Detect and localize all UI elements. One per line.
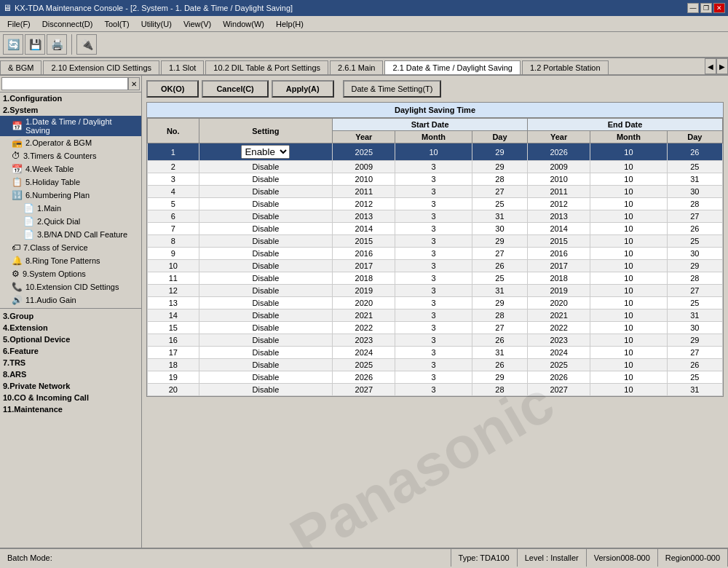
date-time-setting-button[interactable]: Date & Time Setting(T) [343,80,442,98]
sidebar-item-system[interactable]: 2.System [0,104,141,116]
table-row[interactable]: 4Disable201132720111030 [148,186,723,198]
menu-disconnect[interactable]: Disconnect(D) [36,18,99,30]
cell-setting[interactable]: Disable [199,235,333,248]
daylight-saving-table: No. Setting Start Date End Date Year Mon… [147,118,723,396]
sidebar-item-ext-cid[interactable]: 📞 10.Extension CID Settings [0,280,141,293]
sidebar-item-ring-tone[interactable]: 🔔 8.Ring Tone Patterns [0,254,141,267]
menu-tool[interactable]: Tool(T) [98,18,135,30]
cell-setting[interactable]: Disable [199,272,333,285]
cell-setting[interactable]: Disable [199,384,333,396]
sidebar-item-timers-counters[interactable]: ⏱ 3.Timers & Counters [0,149,141,162]
table-row[interactable]: 13Disable202032920201025 [148,297,723,309]
table-row[interactable]: 6Disable201333120131027 [148,210,723,223]
cancel-button[interactable]: Cancel(C) [202,80,268,98]
table-row[interactable]: 16Disable202332620231029 [148,334,723,347]
sidebar-item-extension[interactable]: 4.Extension [0,322,141,334]
cell-endyear: 2026 [528,143,590,161]
sidebar-item-numbering-plan[interactable]: 🔢 6.Numbering Plan [0,189,141,202]
sidebar-item-optional-device[interactable]: 5.Optional Device [0,334,141,345]
table-row[interactable]: 1EnableDisable2025102920261026 [148,143,723,161]
table-row[interactable]: 15Disable202232720221030 [148,322,723,334]
table-row[interactable]: 17Disable202433120241027 [148,347,723,359]
restore-button[interactable]: ❐ [700,3,712,13]
cell-setting[interactable]: Disable [199,309,333,322]
cell-setting[interactable]: Disable [199,248,333,260]
menu-help[interactable]: Help(H) [270,18,309,30]
cell-setting[interactable]: Disable [199,223,333,235]
menu-utility[interactable]: Utility(U) [135,18,178,30]
sidebar-item-group[interactable]: 3.Group [0,310,141,322]
sidebar-item-feature[interactable]: 6.Feature [0,345,141,357]
cell-setting[interactable]: Disable [199,186,333,198]
sidebar-item-audio-gain[interactable]: 🔊 11.Audio Gain [0,293,141,307]
sidebar-item-trs[interactable]: 7.TRS [0,357,141,368]
toolbar-refresh-button[interactable]: 🔄 [3,34,23,55]
sidebar-item-private-network[interactable]: 9.Private Network [0,380,141,392]
table-row[interactable]: 20Disable202732820271031 [148,384,723,396]
toolbar-save-button[interactable]: 💾 [25,34,45,55]
toolbar-print-button[interactable]: 🖨️ [47,34,67,55]
sidebar-item-maintenance[interactable]: 11.Maintenance [0,403,141,415]
tab-ext-cid[interactable]: 2.10 Extension CID Settings [43,60,159,74]
sidebar-item-main[interactable]: 📄 1.Main [0,202,141,215]
table-row[interactable]: 8Disable201532920151025 [148,235,723,248]
cell-setting[interactable]: Disable [199,359,333,371]
cell-setting[interactable]: Disable [199,347,333,359]
toolbar-disconnect-button[interactable]: 🔌 [76,34,97,55]
cell-setting[interactable]: Disable [199,260,333,272]
cell-setting[interactable]: Disable [199,161,333,173]
menu-file[interactable]: File(F) [1,18,36,30]
tab-nav-right[interactable]: ▶ [716,58,728,74]
table-row[interactable]: 9Disable201632720161030 [148,248,723,260]
cell-setting[interactable]: Disable [199,173,333,186]
sidebar-item-ars[interactable]: 8.ARS [0,368,141,380]
cell-setting[interactable]: Disable [199,334,333,347]
cell-setting[interactable]: Disable [199,322,333,334]
sidebar-item-co-incoming[interactable]: 10.CO & Incoming Call [0,392,141,403]
table-row[interactable]: 18Disable202532620251026 [148,359,723,371]
cell-setting[interactable]: EnableDisable [199,143,333,161]
sidebar-item-system-options[interactable]: ⚙ 9.System Options [0,267,141,280]
cell-startday: 26 [472,260,527,272]
cell-setting[interactable]: Disable [199,297,333,309]
tab-main[interactable]: 2.6.1 Main [330,60,383,74]
sidebar-item-holiday-table[interactable]: 📋 5.Holiday Table [0,175,141,189]
sidebar-item-quick-dial[interactable]: 📄 2.Quick Dial [0,215,141,228]
sidebar-item-class-of-service[interactable]: 🏷 7.Class of Service [0,241,141,254]
apply-button[interactable]: Apply(A) [272,80,334,98]
table-row[interactable]: 11Disable201832520181028 [148,272,723,285]
tab-dil-table[interactable]: 10.2 DIL Table & Port Settings [205,60,328,74]
gear-icon: ⚙ [12,269,20,279]
table-row[interactable]: 2Disable200932920091025 [148,161,723,173]
minimize-button[interactable]: — [687,3,699,13]
tab-nav-left[interactable]: ◀ [705,58,716,74]
sidebar-item-operator-bgm[interactable]: 📻 2.Operator & BGM [0,136,141,149]
cell-setting[interactable]: Disable [199,198,333,210]
tab-slot[interactable]: 1.1 Slot [161,60,204,74]
close-button[interactable]: ✕ [713,3,725,13]
table-row[interactable]: 14Disable202132820211031 [148,309,723,322]
sidebar-search-close[interactable]: ✕ [128,77,140,90]
table-row[interactable]: 3Disable201032820101031 [148,173,723,186]
sidebar-item-bna-dnd[interactable]: 📄 3.B/NA DND Call Feature [0,228,141,241]
sidebar-search-input[interactable] [1,77,128,90]
setting-select[interactable]: EnableDisable [241,145,290,159]
tab-portable[interactable]: 1.2 Portable Station [522,60,609,74]
table-row[interactable]: 19Disable202632920261025 [148,371,723,384]
cell-endday: 29 [667,334,722,347]
cell-setting[interactable]: Disable [199,371,333,384]
tab-date-time[interactable]: 2.1 Date & Time / Daylight Saving [384,60,520,74]
sidebar-item-date-time[interactable]: 📅 1.Date & Time / Daylight Saving [0,116,141,136]
cell-setting[interactable]: Disable [199,210,333,223]
table-row[interactable]: 10Disable201732620171029 [148,260,723,272]
table-row[interactable]: 5Disable201232520121028 [148,198,723,210]
menu-view[interactable]: View(V) [178,18,217,30]
table-row[interactable]: 12Disable201933120191027 [148,285,723,297]
sidebar-item-configuration[interactable]: 1.Configuration [0,92,141,104]
table-row[interactable]: 7Disable201433020141026 [148,223,723,235]
sidebar-item-week-table[interactable]: 📆 4.Week Table [0,162,141,175]
cell-setting[interactable]: Disable [199,285,333,297]
tab-bgm[interactable]: & BGM [0,60,41,74]
menu-window[interactable]: Window(W) [217,18,270,30]
ok-button[interactable]: OK(O) [146,80,199,98]
